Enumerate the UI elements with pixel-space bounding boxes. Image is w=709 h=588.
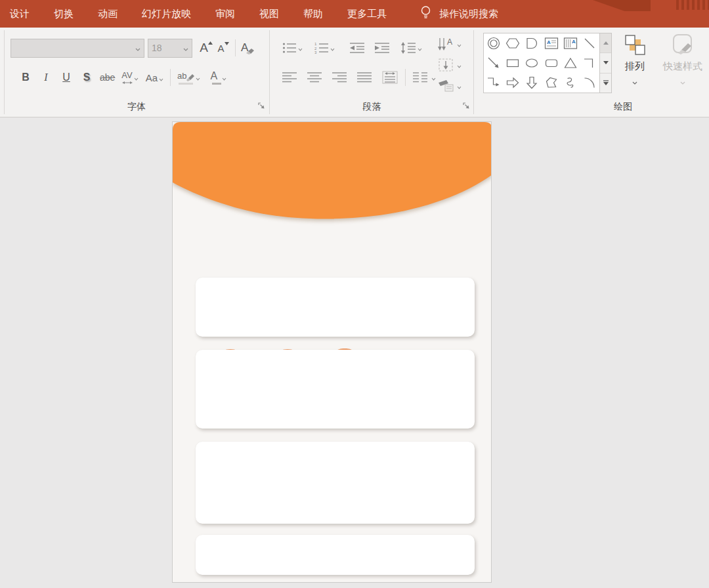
titlebar-artifact <box>676 0 709 10</box>
svg-text:A: A <box>572 39 576 45</box>
svg-text:3: 3 <box>314 51 317 54</box>
scribble-icon <box>563 75 578 91</box>
line-spacing-button[interactable] <box>398 38 424 58</box>
slide[interactable] <box>172 121 492 583</box>
orange-header-shape[interactable] <box>173 122 492 234</box>
line-shape-button[interactable] <box>580 33 599 53</box>
arrange-icon <box>623 33 647 56</box>
gallery-more-button[interactable] <box>600 73 611 93</box>
card-shape-1[interactable] <box>196 278 475 337</box>
scribble-shape-button[interactable] <box>561 73 580 93</box>
align-right-icon <box>332 72 347 83</box>
freeform-shape-button[interactable] <box>542 73 561 93</box>
chevron-down-icon <box>418 42 422 54</box>
text-box-shape-button[interactable]: A <box>542 33 561 53</box>
numbering-button[interactable]: 123 <box>312 38 337 58</box>
increase-indent-button[interactable] <box>372 38 392 58</box>
justify-button[interactable] <box>355 68 374 87</box>
ribbon-tab[interactable]: 视图 <box>259 8 279 20</box>
paragraph-group: 123 <box>271 28 473 117</box>
align-center-icon <box>307 72 322 83</box>
bullets-button[interactable] <box>280 38 305 58</box>
oval-icon <box>524 55 540 71</box>
justify-icon <box>357 72 372 83</box>
underline-glyph: U <box>62 72 70 83</box>
shrink-font-button[interactable]: A <box>215 38 232 58</box>
italic-button[interactable]: I <box>37 68 54 87</box>
paragraph-group-label: 段落 <box>271 101 473 113</box>
hexagon-icon <box>505 35 521 51</box>
columns-button[interactable] <box>411 68 438 87</box>
card-shape-2[interactable] <box>196 350 475 429</box>
elbow-connector-shape-button[interactable] <box>580 53 599 73</box>
hexagon-shape-button[interactable] <box>503 33 522 53</box>
character-spacing-button[interactable]: AV <box>119 68 140 87</box>
ribbon: 18 A A A B I U <box>0 28 709 117</box>
gallery-scroll-down-button[interactable] <box>600 52 611 72</box>
ribbon-tab[interactable]: 更多工具 <box>347 8 387 20</box>
underline-button[interactable]: U <box>58 68 75 87</box>
arrange-button[interactable]: 排列 <box>623 33 647 87</box>
align-text-vertical-icon <box>437 58 454 72</box>
right-arrow-shape-button[interactable] <box>503 73 522 93</box>
chevron-down-icon <box>298 42 303 54</box>
font-name-combobox[interactable] <box>11 39 144 58</box>
oval-shape-button[interactable] <box>523 53 542 73</box>
font-dialog-launcher[interactable] <box>257 100 265 112</box>
highlight-glyph: ab <box>177 71 186 81</box>
change-case-button[interactable]: Aa <box>144 68 165 87</box>
gallery-scroll-up-button[interactable] <box>600 33 611 52</box>
text-direction-button[interactable]: A <box>437 35 462 52</box>
bold-button[interactable]: B <box>17 68 34 87</box>
font-color-button[interactable]: A <box>209 68 229 87</box>
tell-me-search[interactable]: 操作说明搜索 <box>439 8 498 20</box>
slide-canvas-area[interactable] <box>0 118 709 588</box>
ribbon-tab[interactable]: 帮助 <box>303 8 323 20</box>
ribbon-tab[interactable]: 设计 <box>10 8 30 20</box>
ribbon-tab[interactable]: 切换 <box>54 8 74 20</box>
ribbon-tab[interactable]: 幻灯片放映 <box>142 8 191 20</box>
convert-to-smartart-button[interactable] <box>437 77 462 94</box>
align-center-button[interactable] <box>305 68 324 87</box>
rectangle-icon <box>505 55 521 71</box>
align-text-button[interactable] <box>437 56 462 74</box>
text-shadow-button[interactable]: S <box>78 68 95 87</box>
card-shape-3[interactable] <box>196 442 475 524</box>
rectangle-shape-button[interactable] <box>503 53 522 73</box>
rounded-rectangle-shape-button[interactable] <box>542 53 561 73</box>
svg-text:A: A <box>447 37 452 47</box>
strikethrough-button[interactable]: abe <box>98 68 117 87</box>
chord-shape-button[interactable] <box>523 33 542 53</box>
chevron-down-icon <box>222 72 226 83</box>
elbow-arrow-connector-shape-button[interactable] <box>484 73 503 93</box>
text-highlight-button[interactable]: ab <box>175 68 202 87</box>
columns-icon <box>413 72 427 83</box>
align-right-button[interactable] <box>330 68 349 87</box>
separator <box>235 39 236 56</box>
vertical-text-box-shape-button[interactable]: A <box>561 33 580 53</box>
donut-shape-button[interactable] <box>484 33 503 53</box>
decrease-indent-button[interactable] <box>347 38 367 58</box>
clear-formatting-button[interactable]: A <box>239 38 258 58</box>
ribbon-tab[interactable]: 审阅 <box>215 8 235 20</box>
vertical-text-box-icon: A <box>563 35 578 51</box>
ribbon-tab[interactable]: 动画 <box>98 8 118 20</box>
increase-indent-icon <box>374 42 390 54</box>
grow-font-button[interactable]: A <box>198 38 215 58</box>
right-arrow-icon <box>505 75 521 91</box>
paragraph-dialog-launcher[interactable] <box>462 100 470 112</box>
arrow-shape-button[interactable] <box>484 53 503 73</box>
chevron-down-icon <box>680 75 685 87</box>
font-size-combobox[interactable]: 18 <box>148 39 192 58</box>
chevron-down-icon <box>632 75 637 87</box>
quick-styles-button[interactable]: 快速样式 <box>663 33 702 87</box>
distribute-text-button[interactable] <box>380 68 400 87</box>
ribbon-tabs: 设计切换动画幻灯片放映审阅视图帮助更多工具 <box>10 8 411 20</box>
card-shape-4[interactable] <box>196 535 475 575</box>
chevron-down-icon <box>196 72 200 83</box>
triangle-shape-button[interactable] <box>561 53 580 73</box>
align-left-button[interactable] <box>280 68 299 87</box>
donut-icon <box>486 35 502 51</box>
arc-shape-button[interactable] <box>580 73 599 93</box>
down-arrow-shape-button[interactable] <box>523 73 542 93</box>
